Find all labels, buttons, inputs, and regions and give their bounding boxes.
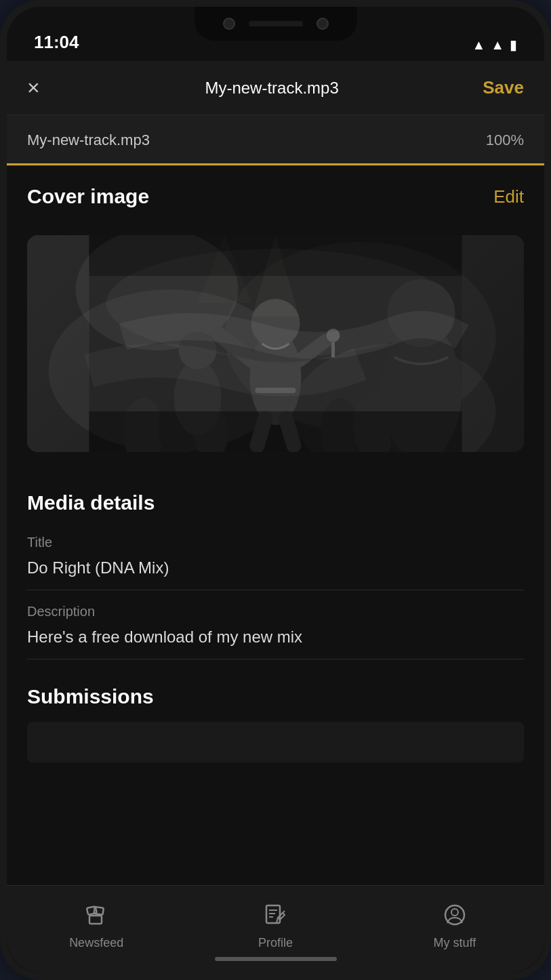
home-indicator	[215, 957, 337, 961]
submissions-title: Submissions	[27, 685, 524, 708]
signal-icon: ▲	[491, 37, 504, 53]
svg-point-38	[451, 909, 458, 916]
notch	[195, 7, 357, 41]
save-button[interactable]: Save	[483, 77, 524, 98]
header-title: My-new-track.mp3	[61, 79, 483, 98]
wifi-icon: ▲	[472, 37, 485, 53]
upload-percentage: 100%	[486, 131, 524, 149]
front-camera	[223, 18, 235, 30]
speaker	[249, 21, 303, 26]
profile-label: Profile	[258, 936, 293, 950]
nav-item-newsfeed[interactable]: Newsfeed	[56, 903, 137, 950]
cover-image-header: Cover image Edit	[27, 185, 524, 208]
scroll-content[interactable]: My-new-track.mp3 100% Cover image Edit	[7, 115, 544, 885]
app-content: × My-new-track.mp3 Save My-new-track.mp3…	[7, 61, 544, 973]
close-button[interactable]: ×	[27, 75, 61, 100]
title-label: Title	[27, 535, 524, 550]
progress-bar-bg	[7, 163, 544, 165]
cover-image-title: Cover image	[27, 185, 149, 208]
newsfeed-icon	[84, 903, 108, 931]
newsfeed-label: Newsfeed	[69, 936, 123, 950]
cover-image-edit-button[interactable]: Edit	[493, 186, 524, 207]
phone-frame: 11:04 ▲ ▲ ▮ × My-new-track.mp3 Save	[0, 0, 551, 980]
profile-icon	[263, 903, 287, 931]
progress-bar-fill	[7, 163, 544, 165]
svg-rect-27	[89, 411, 462, 452]
title-field-group: Title Do Right (DNA Mix)	[27, 528, 524, 590]
cover-image-section: Cover image Edit	[7, 166, 544, 235]
nav-item-mystuff[interactable]: My stuff	[414, 903, 495, 950]
media-details-title: Media details	[27, 472, 524, 528]
header: × My-new-track.mp3 Save	[7, 61, 544, 115]
status-icons: ▲ ▲ ▮	[472, 37, 517, 53]
description-label: Description	[27, 604, 524, 619]
status-bar: 11:04 ▲ ▲ ▮	[7, 7, 544, 61]
cover-image-container	[27, 235, 524, 452]
phone-inner: 11:04 ▲ ▲ ▮ × My-new-track.mp3 Save	[7, 7, 544, 973]
submissions-section: Submissions	[7, 666, 544, 776]
cover-image-canvas	[27, 235, 524, 452]
description-value[interactable]: Here's a free download of my new mix	[27, 628, 524, 652]
svg-rect-30	[89, 916, 102, 924]
svg-line-36	[283, 911, 285, 913]
submissions-content-bg	[27, 722, 524, 762]
upload-progress-row: My-new-track.mp3 100%	[7, 115, 544, 166]
description-field-group: Description Here's a free download of my…	[27, 597, 524, 659]
cover-image-svg	[27, 235, 524, 452]
mystuff-icon	[443, 903, 467, 931]
battery-icon: ▮	[510, 37, 517, 53]
title-value[interactable]: Do Right (DNA Mix)	[27, 558, 524, 583]
mystuff-label: My stuff	[433, 936, 476, 950]
face-sensor	[317, 18, 329, 30]
upload-filename: My-new-track.mp3	[27, 131, 150, 149]
svg-rect-26	[89, 235, 462, 276]
nav-item-profile[interactable]: Profile	[234, 903, 316, 950]
media-details-section: Media details Title Do Right (DNA Mix) D…	[7, 472, 544, 659]
svg-rect-29	[94, 907, 104, 915]
